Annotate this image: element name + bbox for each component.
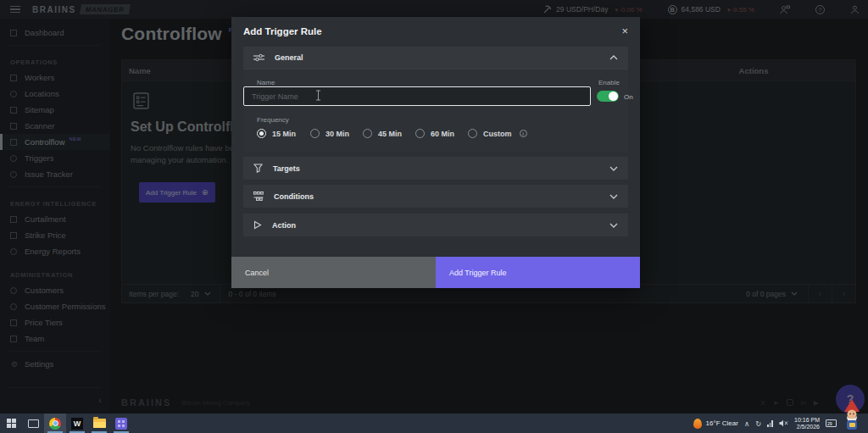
network-icon[interactable] [767, 420, 773, 427]
file-explorer-taskbar-button[interactable] [88, 414, 110, 433]
show-hidden-icons-button[interactable]: ∧ [744, 419, 749, 428]
tray-badge: 29 [827, 421, 832, 426]
name-field-label: Name [257, 79, 275, 86]
gnome-mascot [839, 398, 865, 432]
chevron-up-icon [609, 55, 618, 60]
chevron-down-icon [609, 166, 618, 171]
close-icon[interactable]: × [621, 25, 628, 36]
sliders-icon [253, 53, 264, 62]
radio-15-min[interactable]: 15 Min [257, 129, 296, 138]
purple-app-taskbar-button[interactable] [110, 414, 132, 433]
sync-tray-icon[interactable]: ↻ [755, 419, 761, 428]
radio-icon [310, 129, 320, 138]
submit-add-trigger-rule-button[interactable]: Add Trigger Rule [436, 257, 640, 288]
modal-title: Add Trigger Rule [243, 26, 322, 36]
toggle-state-label: On [624, 93, 633, 101]
weather-icon [693, 419, 702, 429]
info-icon: i [520, 130, 527, 137]
radio-label: 60 Min [431, 130, 454, 138]
add-trigger-rule-modal: Add Trigger Rule × General Name Enable [231, 17, 640, 288]
enable-field-label: Enable [598, 79, 620, 86]
time-text: 10:16 PM [794, 417, 820, 423]
folder-icon [93, 419, 106, 428]
windows-taskbar: W 16°F Clear ∧ ↻ 10:16 PM 2/5/2026 [0, 414, 868, 433]
trigger-name-input[interactable] [243, 86, 591, 106]
radio-label: Custom [483, 130, 512, 138]
radio-icon [415, 129, 425, 138]
enable-toggle[interactable] [597, 91, 619, 102]
task-view-button[interactable] [22, 414, 44, 433]
action-section-title: Action [272, 221, 296, 230]
frequency-label: Frequency [257, 116, 289, 124]
weather-widget[interactable]: 16°F Clear [693, 419, 738, 429]
general-section-header[interactable]: General [243, 47, 628, 69]
start-button[interactable] [0, 414, 22, 433]
display-tray-icon[interactable]: 29 [826, 419, 837, 427]
chrome-taskbar-button[interactable] [44, 414, 66, 433]
action-section[interactable]: Action [243, 214, 628, 236]
volume-muted-icon[interactable] [779, 419, 788, 427]
conditions-section-title: Conditions [274, 192, 314, 201]
w-app-icon: W [71, 418, 83, 430]
radio-icon [363, 129, 372, 138]
task-view-icon [28, 419, 39, 428]
w-app-taskbar-button[interactable]: W [66, 414, 88, 433]
chevron-down-icon [609, 194, 618, 199]
radio-label: 15 Min [272, 130, 296, 138]
windows-logo-icon [7, 419, 16, 428]
targets-section[interactable]: Targets [243, 157, 628, 180]
play-icon [253, 220, 262, 230]
screen: BRAIINS MANAGER 29 USD/PH/Day ▾-0.06 % B… [0, 0, 868, 433]
cancel-button[interactable]: Cancel [231, 257, 436, 288]
radio-selected-icon [257, 129, 266, 138]
radio-label: 45 Min [378, 130, 402, 138]
targets-section-title: Targets [273, 164, 300, 173]
radio-custom[interactable]: Custom i [468, 129, 527, 138]
taskbar-clock[interactable]: 10:16 PM 2/5/2026 [794, 417, 820, 430]
chrome-icon [49, 418, 61, 430]
weather-text: 16°F Clear [706, 419, 738, 427]
radio-icon [468, 129, 477, 138]
radio-30-min[interactable]: 30 Min [310, 129, 349, 138]
radio-label: 30 Min [326, 130, 349, 138]
radio-45-min[interactable]: 45 Min [363, 129, 402, 138]
text-cursor [315, 90, 321, 101]
general-section-title: General [275, 53, 303, 62]
purple-app-icon [115, 418, 127, 430]
radio-60-min[interactable]: 60 Min [415, 129, 454, 138]
funnel-icon [253, 164, 263, 173]
conditions-icon [253, 192, 264, 201]
conditions-section[interactable]: Conditions [243, 185, 628, 208]
chevron-down-icon [609, 223, 618, 228]
general-section: General Name Enable On Frequency 15 Min [243, 47, 628, 153]
date-text: 2/5/2026 [797, 424, 820, 430]
